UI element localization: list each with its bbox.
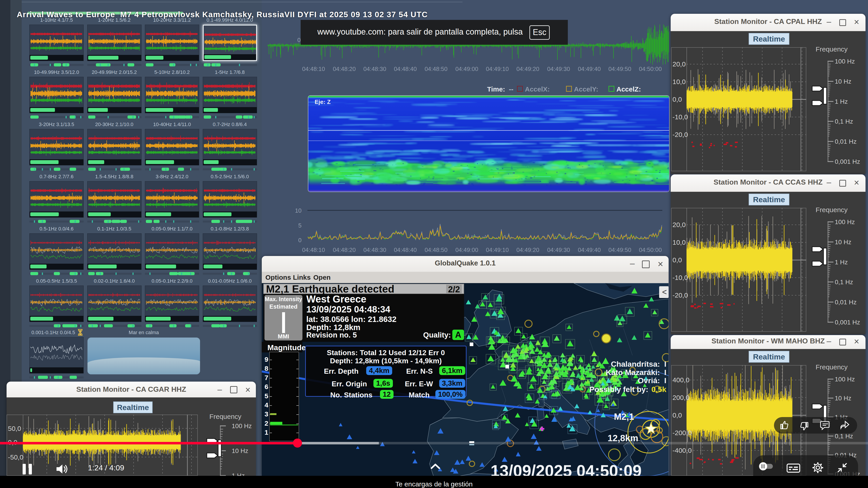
svg-text:M2,1: M2,1: [614, 412, 634, 422]
svg-text:Eje: Z: Eje: Z: [315, 98, 331, 105]
svg-text:Káto Mazaráki: I: Káto Mazaráki: I: [606, 368, 666, 377]
svg-text:Chalandrítsa: I: Chalandrítsa: I: [611, 360, 666, 368]
svg-text:12,8km: 12,8km: [608, 433, 638, 443]
svg-text:Ovriá: I: Ovriá: I: [638, 376, 666, 385]
svg-text:13/09/2025 04:50:09: 13/09/2025 04:50:09: [491, 462, 642, 476]
svg-text:0,5k: 0,5k: [651, 385, 666, 394]
svg-text:Possibly felt by:: Possibly felt by:: [589, 385, 648, 394]
svg-text:<: <: [662, 287, 667, 297]
